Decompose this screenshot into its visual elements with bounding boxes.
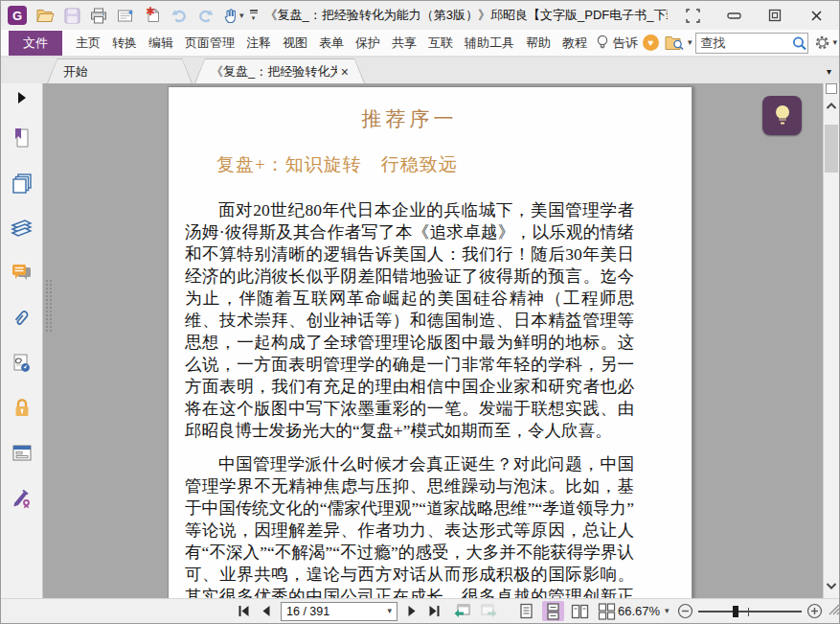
- menu-item-edit[interactable]: 编辑: [144, 35, 178, 52]
- close-button[interactable]: [808, 8, 824, 23]
- svg-text:✱: ✱: [146, 7, 155, 18]
- zoom-caret-icon[interactable]: ▾: [665, 607, 670, 615]
- sign-panel-icon[interactable]: [11, 487, 33, 509]
- main-area: 推荐序一 复盘+：知识旋转 行稳致远 面对20世纪80年代日本企业的兵临城下，美…: [1, 83, 839, 598]
- digital-signatures-panel-icon[interactable]: [11, 352, 33, 374]
- open-file-button[interactable]: [35, 5, 55, 26]
- zoom-slider-tick: [748, 608, 750, 616]
- customize-quick-access-button[interactable]: ▾: [248, 10, 260, 21]
- tab-document-label: 《复盘_：把经验转化为...: [211, 63, 337, 81]
- status-bar: ▾: [1, 598, 839, 623]
- page-thumbnails-panel-icon[interactable]: [11, 172, 33, 194]
- doc-subheading: 复盘+：知识旋转 行稳致远: [185, 152, 634, 177]
- next-page-button[interactable]: [406, 604, 419, 618]
- single-page-view-button[interactable]: [515, 601, 537, 621]
- attachments-panel-icon[interactable]: [11, 307, 33, 329]
- settings-caret-icon[interactable]: ▾: [833, 38, 838, 47]
- facing-continuous-view-button[interactable]: [596, 601, 618, 621]
- redo-button[interactable]: [196, 5, 216, 26]
- menu-item-comment[interactable]: 注释: [241, 35, 276, 52]
- foxit-reader-window: G ✱ ▾ ▾ 《复盘_：把经验转化为能力（第3版）》邱昭良【文字版_PDF电: [0, 0, 840, 624]
- page-number-field: ▾: [281, 602, 397, 621]
- undo-button[interactable]: [170, 5, 189, 26]
- doc-heading: 推荐序一: [185, 105, 634, 132]
- tab-close-icon[interactable]: ×: [341, 65, 349, 79]
- document-tab-bar: 开始 《复盘_：把经验转化为... × ▾: [1, 57, 839, 83]
- assistant-bulb-button[interactable]: [762, 96, 802, 135]
- last-page-button[interactable]: [427, 604, 442, 618]
- zoom-slider-thumb[interactable]: [733, 606, 738, 617]
- menu-item-home[interactable]: 主页: [71, 35, 105, 52]
- tab-list-caret-icon[interactable]: ▾: [827, 66, 831, 77]
- layers-panel-icon[interactable]: [11, 217, 33, 239]
- search-folder-caret-icon[interactable]: ▾: [688, 38, 692, 47]
- facing-view-button[interactable]: [569, 601, 591, 621]
- favorite-heart-icon[interactable]: ♥: [643, 35, 659, 51]
- print-button[interactable]: [89, 5, 108, 26]
- menu-item-help[interactable]: 帮助: [521, 35, 556, 52]
- security-panel-icon[interactable]: [11, 397, 33, 419]
- menu-item-convert[interactable]: 转换: [107, 35, 142, 52]
- page-number-caret-icon[interactable]: ▾: [387, 607, 392, 615]
- zoom-slider[interactable]: [698, 604, 802, 619]
- menu-file-button[interactable]: 文件: [9, 31, 62, 56]
- menu-item-tutorial[interactable]: 教程: [557, 35, 592, 52]
- fields-panel-icon[interactable]: [11, 442, 33, 464]
- menu-item-connect[interactable]: 互联: [423, 35, 458, 52]
- settings-gear-icon[interactable]: [814, 35, 830, 51]
- next-view-button[interactable]: [480, 603, 498, 619]
- menu-item-organize[interactable]: 页面管理: [180, 35, 239, 52]
- vertical-scrollbar[interactable]: [823, 83, 839, 598]
- comments-panel-icon[interactable]: [11, 262, 33, 284]
- maximize-restore-button[interactable]: [767, 8, 783, 23]
- split-view-handle[interactable]: [826, 83, 837, 94]
- tell-me-bulb-icon[interactable]: [596, 35, 609, 51]
- menu-item-form[interactable]: 表单: [314, 35, 349, 52]
- save-button[interactable]: [62, 5, 81, 26]
- panel-splitter-handle[interactable]: [45, 279, 53, 333]
- new-document-button[interactable]: ✱: [143, 5, 162, 26]
- minimize-button[interactable]: [726, 8, 741, 23]
- previous-view-button[interactable]: [453, 603, 471, 619]
- scrollbar-thumb[interactable]: [825, 125, 838, 173]
- find-box: [695, 33, 808, 54]
- menu-item-protect[interactable]: 保护: [351, 35, 385, 52]
- menu-item-view[interactable]: 视图: [278, 35, 312, 52]
- tab-start-label: 开始: [63, 63, 88, 81]
- zoom-in-button[interactable]: [806, 603, 823, 619]
- hand-tool-caret-icon[interactable]: ▾: [239, 12, 244, 20]
- sidebar-expand-icon[interactable]: [18, 92, 26, 104]
- email-button[interactable]: [116, 5, 135, 26]
- ui-mode-button[interactable]: [685, 8, 700, 23]
- tab-start[interactable]: 开始: [47, 58, 193, 83]
- bookmarks-panel-icon[interactable]: [11, 127, 33, 149]
- page-number-input[interactable]: [286, 605, 385, 618]
- pdf-page: 推荐序一 复盘+：知识旋转 行稳致远 面对20世纪80年代日本企业的兵临城下，美…: [168, 86, 692, 598]
- menu-item-accessibility[interactable]: 辅助工具: [460, 35, 519, 52]
- doc-paragraph-2: 中国管理学派什么时候才会真正诞生？对此问题，中国管理学界不无精神焦虑与压抑、思维…: [185, 453, 634, 598]
- hand-tool-button[interactable]: ▾: [223, 8, 244, 24]
- search-in-folder-icon[interactable]: [665, 35, 685, 51]
- tell-me-label[interactable]: 告诉: [613, 35, 638, 52]
- foxit-logo-icon: G: [8, 6, 27, 25]
- navigation-sidebar: [1, 83, 43, 598]
- scroll-down-icon[interactable]: [825, 579, 838, 593]
- menu-bar: 文件 主页 转换 编辑 页面管理 注释 视图 表单 保护 共享 互联 辅助工具 …: [1, 30, 839, 57]
- tab-document[interactable]: 《复盘_：把经验转化为... ×: [194, 58, 365, 83]
- title-bar: G ✱ ▾ ▾ 《复盘_：把经验转化为能力（第3版）》邱昭良【文字版_PDF电: [1, 1, 839, 30]
- resize-grip-icon[interactable]: [829, 604, 840, 618]
- find-input[interactable]: [696, 35, 791, 50]
- scroll-up-icon[interactable]: [825, 99, 838, 113]
- zoom-out-button[interactable]: [677, 603, 693, 619]
- lightbulb-icon: [772, 104, 793, 128]
- document-view[interactable]: 推荐序一 复盘+：知识旋转 行稳致远 面对20世纪80年代日本企业的兵临城下，美…: [43, 83, 823, 598]
- zoom-slider-track[interactable]: [698, 611, 802, 612]
- zoom-level-label[interactable]: 66.67%: [618, 604, 660, 618]
- menu-item-share[interactable]: 共享: [387, 35, 421, 52]
- doc-paragraph-1: 面对20世纪80年代日本企业的兵临城下，美国管理学者汤姆·彼得斯及其合作者写了本…: [185, 199, 634, 442]
- search-icon[interactable]: [791, 35, 807, 51]
- previous-page-button[interactable]: [260, 604, 272, 618]
- first-page-button[interactable]: [237, 604, 251, 618]
- window-title: 《复盘_：把经验转化为能力（第3版）》邱昭良【文字版_PDF电子书_下载】.pd…: [265, 7, 668, 24]
- continuous-view-button[interactable]: [542, 601, 564, 621]
